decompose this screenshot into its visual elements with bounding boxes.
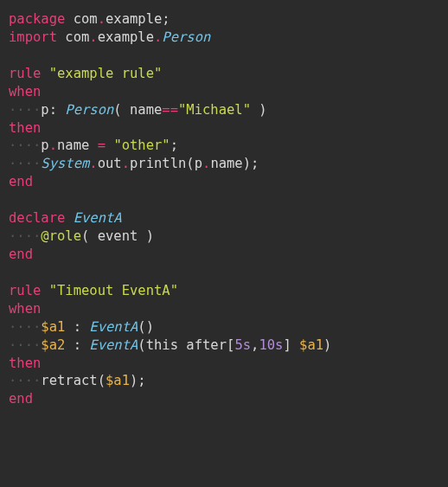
line: when [9,84,41,99]
line: then [9,356,41,371]
line: end [9,174,33,189]
line: package com.example; [9,11,170,27]
line: end [9,391,33,407]
code-block: package com.example; import com.example.… [9,10,439,408]
line: end [9,247,33,262]
line: declare EventA [9,210,122,226]
line: ····retract($a1); [9,373,146,388]
line: ····@role( event ) [9,228,154,244]
line: ····$a2 : EventA(this after[5s,10s] $a1) [9,337,331,353]
line: ····p.name = "other"; [9,138,178,153]
line: rule "example rule" [9,66,162,81]
line: rule "Timeout EventA" [9,283,178,298]
keyword: package [9,11,65,27]
line: ····p: Person( name=="Michael" ) [9,102,267,118]
line: ····System.out.println(p.name); [9,156,259,171]
line: then [9,120,41,136]
line: import com.example.Person [9,29,210,45]
line: ····$a1 : EventA() [9,319,154,335]
line: when [9,301,41,317]
